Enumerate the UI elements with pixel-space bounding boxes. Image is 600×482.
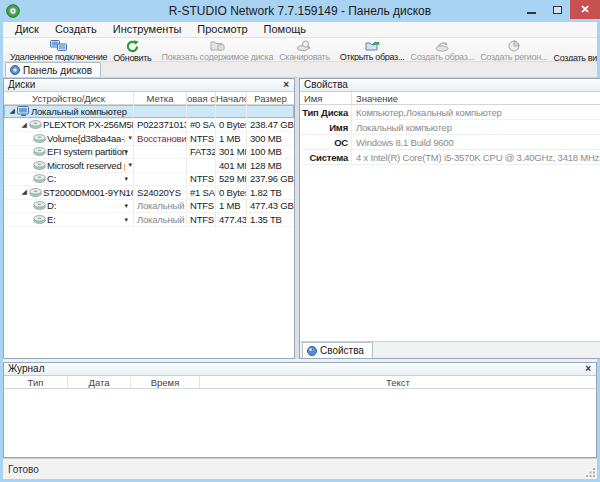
disks-column-headers: Устройство/Диск Метка овая си Начало Раз…: [4, 92, 294, 105]
column-device[interactable]: Устройство/Диск: [4, 92, 134, 104]
create-image-button: Создать образ...: [408, 39, 478, 61]
properties-panel-title: Свойства: [304, 79, 600, 91]
column-value[interactable]: Значение: [352, 92, 600, 104]
table-row-local-computer[interactable]: ◢ Локальный компьютер: [4, 105, 294, 119]
status-bar: Готово: [3, 458, 597, 479]
dropdown-arrow-icon[interactable]: ▼: [123, 176, 129, 182]
remote-connection-icon: [50, 40, 68, 52]
column-start[interactable]: Начало: [216, 92, 247, 104]
column-size[interactable]: Размер: [247, 92, 294, 104]
table-row-d-drive[interactable]: D: ▼ Локальный ди... NTFS 1 MB 477.43 GB: [4, 200, 294, 214]
properties-panel-header: Свойства ×: [300, 79, 600, 92]
scan-icon: [297, 40, 311, 52]
disks-panel-close-icon[interactable]: ×: [281, 80, 291, 90]
refresh-button[interactable]: Обновить: [110, 39, 154, 61]
property-row-name[interactable]: Имя Локальный компьютер: [300, 120, 600, 135]
minimize-icon: [527, 12, 536, 14]
show-disk-content-button: Показать содержимое диска: [159, 39, 277, 61]
property-row-os[interactable]: ОС Windows 8.1 Build 9600: [300, 135, 600, 150]
computer-icon: [17, 106, 31, 117]
disks-panel-header: Диски ×: [4, 79, 294, 92]
property-row-system[interactable]: Система 4 x Intel(R) Core(TM) i5-3570K C…: [300, 150, 600, 165]
table-row-plextor[interactable]: ◢ PLEXTOR PX-256M5Pro 1... P02237101359 …: [4, 119, 294, 133]
expand-icon[interactable]: ◢: [7, 106, 17, 116]
disk-icon: [33, 161, 47, 170]
window-title: R-STUDIO Network 7.7.159149 - Панель дис…: [0, 4, 600, 18]
properties-column-headers: Имя Значение: [300, 92, 600, 105]
disks-panel: Диски × Устройство/Диск Метка овая си На…: [3, 78, 295, 359]
maximize-button[interactable]: [544, 0, 570, 19]
dropdown-arrow-icon[interactable]: ▼: [127, 162, 133, 168]
properties-panel: Свойства × Имя Значение Тип Диска Компью…: [299, 78, 600, 359]
menu-view[interactable]: Просмотр: [189, 22, 255, 37]
menu-tools[interactable]: Инструменты: [105, 22, 190, 37]
open-image-icon: [365, 40, 380, 52]
column-filesystem[interactable]: овая си: [187, 92, 216, 104]
column-label[interactable]: Метка: [134, 92, 187, 104]
disk-icon: [33, 215, 47, 224]
column-text[interactable]: Текст: [200, 376, 596, 388]
column-name[interactable]: Имя: [300, 92, 352, 104]
refresh-icon: [126, 40, 139, 53]
dropdown-arrow-icon[interactable]: ▼: [123, 203, 129, 209]
close-icon: ✕: [580, 4, 589, 15]
remote-connection-button[interactable]: Удаленное подключение: [7, 39, 110, 61]
log-panel: Журнал × Тип Дата Время Текст: [3, 362, 597, 458]
table-row-c-drive[interactable]: C: ▼ NTFS 529 MB 237.96 GB: [4, 173, 294, 187]
column-date[interactable]: Дата: [68, 376, 131, 388]
create-image-icon: [435, 40, 449, 52]
view-tab-bar: Панель дисков: [3, 62, 597, 78]
disk-icon: [29, 120, 43, 129]
column-type[interactable]: Тип: [4, 376, 68, 388]
disks-panel-title: Диски: [8, 79, 281, 91]
dropdown-arrow-icon[interactable]: ▼: [123, 149, 129, 155]
disk-icon: [33, 134, 47, 143]
table-row-volume[interactable]: Volume{d38ba4aa-24 ▼ Восстановить NTFS 1…: [4, 132, 294, 146]
scan-button: Сканировать: [276, 39, 333, 61]
menu-help[interactable]: Помощь: [256, 22, 315, 37]
tab-properties[interactable]: Свойства: [302, 342, 373, 358]
dropdown-arrow-icon[interactable]: ▼: [123, 217, 129, 223]
log-panel-close-icon[interactable]: ×: [583, 364, 593, 374]
column-time[interactable]: Время: [131, 376, 200, 388]
properties-tab-icon: [307, 346, 317, 356]
resize-grip-icon[interactable]: [586, 468, 596, 478]
dropdown-arrow-icon[interactable]: ▼: [127, 135, 133, 141]
disk-icon: [29, 188, 43, 197]
table-row-ms-reserved[interactable]: Microsoft reserved p. ▼ 401 MB 128 MB: [4, 159, 294, 173]
log-panel-title: Журнал: [8, 363, 583, 375]
close-button[interactable]: ✕: [570, 0, 600, 19]
create-virtual-raid-button[interactable]: Создать виртуальный RAID: [551, 39, 597, 61]
open-image-button[interactable]: Открыть образ...: [337, 39, 408, 61]
menu-bar: Диск Создать Инструменты Просмотр Помощь: [3, 22, 597, 38]
minimize-button[interactable]: [518, 0, 544, 19]
properties-tab-strip: Свойства: [300, 341, 600, 358]
table-row-e-drive[interactable]: E: ▼ Локальный ди... NTFS 477.43 GB 1.35…: [4, 213, 294, 227]
disk-icon: [33, 201, 47, 210]
status-text: Готово: [8, 464, 39, 475]
disk-panel-tab-icon: [10, 65, 20, 75]
main-area: Диски × Устройство/Диск Метка овая си На…: [3, 78, 597, 359]
table-row-st2000[interactable]: ◢ ST2000DM001-9YN164 C... S24020YS #1 SA…: [4, 186, 294, 200]
disks-tree: ◢ Локальный компьютер: [4, 105, 294, 358]
tab-disk-panel[interactable]: Панель дисков: [5, 62, 101, 77]
menu-disk[interactable]: Диск: [7, 22, 47, 37]
app-window: R-STUDIO Network 7.7.159149 - Панель дис…: [0, 0, 600, 482]
maximize-icon: [553, 6, 562, 14]
create-region-button: Создать регион...: [477, 39, 550, 61]
create-region-icon: [507, 40, 521, 52]
properties-list: Тип Диска Компьютер,Локальный компьютер …: [300, 105, 600, 341]
property-row-disk-type[interactable]: Тип Диска Компьютер,Локальный компьютер: [300, 105, 600, 120]
log-column-headers: Тип Дата Время Текст: [4, 376, 596, 389]
table-row-efi[interactable]: EFI system partition ▼ FAT32 301 MB 100 …: [4, 146, 294, 160]
show-disk-content-icon: [210, 40, 225, 52]
disk-icon: [33, 174, 47, 183]
toolbar: Удаленное подключение Обновить Показать …: [3, 38, 597, 62]
disk-icon: [33, 147, 47, 156]
log-list: [4, 389, 596, 457]
title-bar: R-STUDIO Network 7.7.159149 - Панель дис…: [0, 0, 600, 22]
menu-create[interactable]: Создать: [47, 22, 105, 37]
expand-icon[interactable]: ◢: [19, 120, 29, 130]
expand-icon[interactable]: ◢: [19, 187, 29, 197]
log-panel-header: Журнал ×: [4, 363, 596, 376]
